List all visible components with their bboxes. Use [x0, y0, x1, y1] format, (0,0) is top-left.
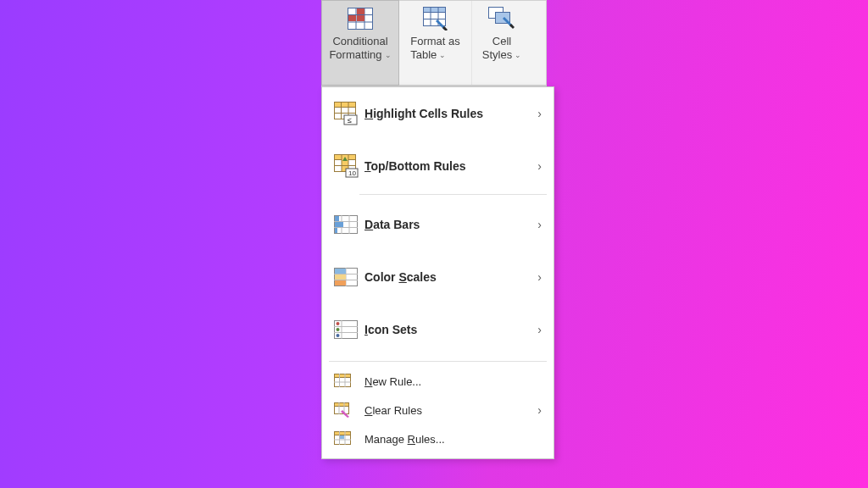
icon-sets-icon: [334, 320, 364, 339]
cell-styles-icon: [488, 6, 515, 31]
cell-styles-button[interactable]: Cell Styles⌄: [472, 1, 531, 85]
menu-clear-rules[interactable]: Clear Rules ›: [322, 396, 554, 424]
conditional-formatting-label: Conditional Formatting⌄: [329, 35, 391, 62]
submenu-arrow-icon: ›: [537, 323, 542, 336]
svg-rect-34: [335, 222, 343, 227]
menu-new-rule[interactable]: New Rule...: [322, 367, 554, 396]
menu-color-scales[interactable]: Color Scales ›: [322, 251, 554, 303]
menu-data-bars[interactable]: Data Bars ›: [322, 198, 554, 251]
chevron-down-icon: ⌄: [515, 48, 521, 62]
submenu-arrow-icon: ›: [537, 107, 542, 120]
svg-rect-35: [335, 228, 337, 233]
svg-text:10: 10: [348, 169, 356, 177]
clear-rules-icon: [334, 402, 364, 419]
menu-label: Clear Rules: [364, 404, 537, 417]
svg-rect-7: [357, 15, 364, 21]
conditional-formatting-icon: [347, 6, 374, 31]
top-bottom-icon: 10: [334, 154, 364, 178]
conditional-formatting-menu: ≤ Highlight Cells Rules › 10 Top/Bottom …: [321, 86, 554, 459]
svg-rect-51: [335, 374, 351, 378]
ribbon-row: Conditional Formatting⌄: [322, 1, 546, 86]
menu-label: Highlight Cells Rules: [364, 107, 537, 120]
menu-label: Manage Rules...: [364, 433, 542, 446]
svg-point-49: [337, 334, 340, 337]
svg-rect-56: [335, 403, 349, 407]
new-rule-icon: [334, 373, 364, 390]
ribbon-styles-group: Conditional Formatting⌄: [321, 0, 547, 86]
svg-rect-16: [335, 103, 356, 108]
svg-rect-6: [348, 15, 356, 21]
menu-label: Top/Bottom Rules: [364, 159, 537, 173]
cell-styles-label: Cell Styles⌄: [482, 35, 521, 62]
svg-text:≤: ≤: [348, 116, 352, 125]
svg-rect-60: [335, 432, 351, 435]
chevron-down-icon: ⌄: [439, 48, 446, 62]
menu-manage-rules[interactable]: Manage Rules...: [322, 424, 554, 453]
gradient-background: Conditional Formatting⌄: [0, 0, 868, 488]
data-bars-icon: [334, 215, 364, 234]
submenu-arrow-icon: ›: [537, 218, 542, 231]
color-scales-icon: [334, 268, 364, 286]
svg-rect-42: [335, 280, 346, 286]
menu-label: Data Bars: [364, 218, 537, 231]
svg-rect-5: [357, 8, 364, 14]
manage-rules-icon: [334, 430, 364, 447]
format-as-table-label: Format as Table⌄: [410, 35, 460, 62]
submenu-arrow-icon: ›: [537, 403, 542, 417]
format-as-table-button[interactable]: Format as Table⌄: [399, 1, 472, 85]
chevron-down-icon: ⌄: [385, 48, 392, 62]
menu-label: Icon Sets: [364, 323, 537, 336]
svg-rect-40: [335, 269, 346, 274]
svg-rect-64: [340, 435, 344, 439]
svg-rect-9: [423, 8, 445, 13]
highlight-cells-icon: ≤: [334, 102, 364, 125]
menu-divider: [329, 361, 547, 362]
svg-rect-33: [335, 216, 339, 221]
conditional-formatting-button[interactable]: Conditional Formatting⌄: [321, 0, 399, 86]
menu-label: Color Scales: [364, 270, 537, 284]
menu-label: New Rule...: [364, 375, 542, 388]
svg-point-48: [337, 328, 340, 331]
format-as-table-icon: [422, 6, 449, 31]
submenu-arrow-icon: ›: [537, 270, 542, 284]
menu-highlight-cells-rules[interactable]: ≤ Highlight Cells Rules ›: [322, 87, 554, 140]
menu-icon-sets[interactable]: Icon Sets ›: [322, 303, 554, 356]
submenu-arrow-icon: ›: [537, 159, 542, 173]
svg-point-47: [337, 322, 340, 325]
menu-divider: [359, 194, 547, 195]
svg-rect-41: [335, 274, 346, 280]
menu-top-bottom-rules[interactable]: 10 Top/Bottom Rules ›: [322, 140, 554, 192]
